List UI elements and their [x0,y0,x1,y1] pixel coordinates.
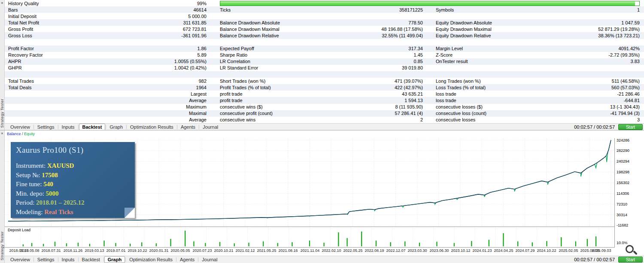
deposit-load-bar [248,243,249,246]
stat-value: 38.36% (13 723.21) [598,33,640,38]
stats-row: Maximumconsecutive wins ($)8 (11 935.90)… [5,104,644,110]
tab-backtest[interactable]: Backtest [79,257,103,263]
stat-value: 43 635.21 [402,91,423,97]
deposit-load-bar [532,242,533,246]
deposit-load-chart[interactable] [5,227,615,248]
close-icon[interactable]: × [1,131,3,136]
deposit-load-bar [471,241,472,246]
deposit-load-bar [503,233,504,246]
history-quality-bar [220,1,640,6]
stats-row [5,71,644,78]
stat-label: Balance Drawdown Absolute [220,20,280,25]
deposit-load-bar [23,244,24,246]
y-axis-label: -11682 [617,223,628,227]
stats-row [5,39,644,45]
tab-settings[interactable]: Settings [34,124,58,130]
stat-value: 1.45 [414,52,423,57]
infobox-field-label: Min. depo: [16,190,46,197]
tab-journal[interactable]: Journal [199,257,220,263]
deposit-load-bar [55,242,55,246]
stat-label: Initial Deposit [8,14,36,19]
stats-row: Averageprofit trade1 594.13loss trade-64… [5,97,644,103]
stat-label: loss trade [436,91,456,97]
tab-backtest[interactable]: Backtest [79,124,106,130]
tab-agents[interactable]: Agents [177,257,197,263]
tab-graph[interactable]: Graph [106,124,126,130]
legend-equity[interactable]: Equity [24,132,35,136]
tab-agents[interactable]: Agents [178,124,198,130]
infobox-line: Setup №: 17508 [16,171,135,180]
stat-value: 13 (-1 304.43) [610,104,640,109]
deposit-load-bar [338,232,339,246]
infobox-field-value: 2018.01 – 2025.12 [36,199,85,206]
stat-label: Long Trades (won %) [436,79,481,84]
stat-label: Total Trades [8,79,34,84]
tab-overview[interactable]: Overview [7,257,33,263]
deposit-load-bar [141,242,142,246]
stat-value: 0.85 [414,59,423,64]
stat-value: -644.81 [624,98,640,103]
stat-label: Z-Score [436,52,453,57]
stat-value: 5.89 [197,52,207,57]
tab-inputs[interactable]: Inputs [59,257,78,263]
stat-label: consecutive profit (count) [220,111,273,116]
stat-value: 672 723.81 [183,27,207,32]
tab-separator [125,257,126,262]
infobox-field-label: Fine tune: [16,181,43,187]
tab-optimization-results[interactable]: Optimization Results [126,257,176,263]
close-icon[interactable]: × [1,1,3,5]
deposit-load-bar [324,243,325,246]
panel-splitter[interactable] [0,130,644,130]
stat-label: Total Deals [8,85,31,90]
start-button[interactable]: Start [618,124,643,130]
infobox-fold-corner [125,208,135,218]
stat-label: LR Correlation [220,59,250,64]
stat-value: 8 (11 935.90) [395,104,423,109]
tab-inputs[interactable]: Inputs [59,124,78,130]
tab-optimization-results[interactable]: Optimization Results [127,124,176,130]
tabbar-graph: OverviewSettingsInputsBacktestGraphOptim… [5,256,644,263]
tab-settings[interactable]: Settings [34,257,58,263]
stat-label: Gross Loss [8,33,32,38]
stat-label: Short Trades (won %) [220,79,265,84]
stat-label: Total Net Profit [8,20,39,25]
strategy-infobox: Xaurus Pro100 (S1) Instrument: XAUUSDSet… [11,142,135,218]
stat-value: 311 631.85 [183,20,207,25]
elapsed-time: 00:02:57 / 00:02:57 [574,257,618,262]
strategy-tester-sidebar-top: × Strategy Tester [0,0,5,130]
legend-balance[interactable]: Balance [7,132,21,136]
deposit-load-bar [292,242,292,246]
stat-label: Gross Profit [8,27,33,32]
deposit-load-bar [170,239,171,246]
stat-label: consecutive losses ($) [436,104,483,109]
tab-graph[interactable]: Graph [104,256,125,263]
infobox-field-label: Instrument: [16,162,47,169]
stat-value: -21 286.46 [617,91,640,97]
stat-value: 1 594.13 [404,98,423,103]
deposit-load-bar [193,242,194,247]
infobox-field-label: Modeling: [16,209,44,215]
deposit-load-bar [309,241,310,246]
stat-label: consecutive wins ($) [220,104,263,109]
tab-separator [198,257,198,262]
stat-label: Equity Drawdown Absolute [436,20,492,25]
deposit-load-bar [130,244,131,246]
tab-separator [199,125,199,129]
tab-journal[interactable]: Journal [200,124,221,130]
stat-label: consecutive wins [220,117,255,122]
deposit-load-bar [390,242,391,246]
stat-value: 1964 [196,85,207,90]
stats-row: Total Net Profit311 631.85Balance Drawdo… [5,19,644,26]
magnifier-icon[interactable] [626,245,640,259]
infobox-title: Xaurus Pro100 (S1) [16,145,135,155]
deposit-load-bar [263,242,264,247]
tab-separator [33,257,34,262]
y-axis-label: 324286 [617,138,629,142]
legend-separator: / [21,132,24,136]
stat-value: 52 871.29 (19.28%) [598,27,640,32]
stat-value: 560 (57.03%) [611,85,640,90]
deposit-load-bar [489,240,489,246]
tab-overview[interactable]: Overview [7,124,33,130]
tab-separator [106,125,106,129]
stat-label: consecutive loss (count) [436,111,486,116]
